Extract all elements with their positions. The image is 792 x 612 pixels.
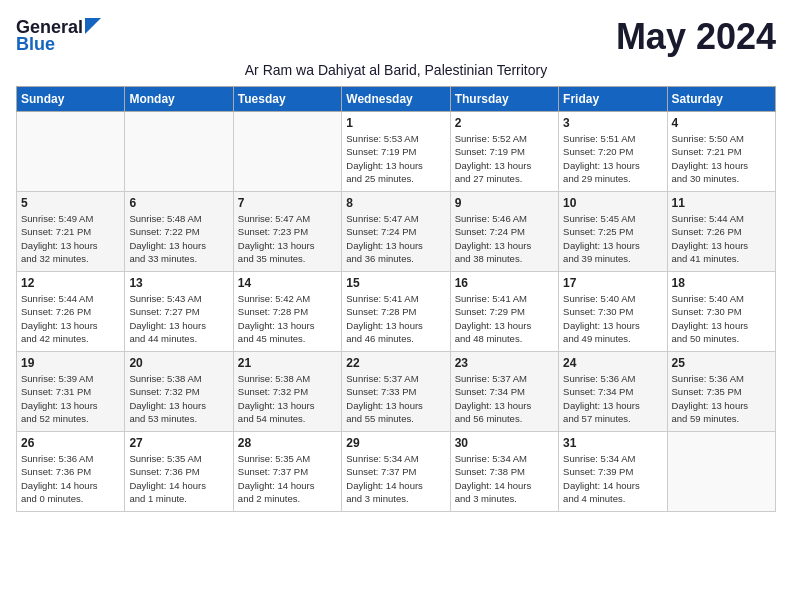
day-cell <box>17 112 125 192</box>
day-info: Sunrise: 5:52 AM Sunset: 7:19 PM Dayligh… <box>455 132 554 185</box>
header-row: SundayMondayTuesdayWednesdayThursdayFrid… <box>17 87 776 112</box>
day-number: 25 <box>672 356 771 370</box>
day-cell: 14Sunrise: 5:42 AM Sunset: 7:28 PM Dayli… <box>233 272 341 352</box>
day-info: Sunrise: 5:40 AM Sunset: 7:30 PM Dayligh… <box>672 292 771 345</box>
day-cell: 15Sunrise: 5:41 AM Sunset: 7:28 PM Dayli… <box>342 272 450 352</box>
day-cell <box>125 112 233 192</box>
header-cell-tuesday: Tuesday <box>233 87 341 112</box>
day-info: Sunrise: 5:38 AM Sunset: 7:32 PM Dayligh… <box>238 372 337 425</box>
day-info: Sunrise: 5:37 AM Sunset: 7:34 PM Dayligh… <box>455 372 554 425</box>
day-number: 1 <box>346 116 445 130</box>
day-cell <box>233 112 341 192</box>
day-cell: 20Sunrise: 5:38 AM Sunset: 7:32 PM Dayli… <box>125 352 233 432</box>
header-cell-wednesday: Wednesday <box>342 87 450 112</box>
day-number: 13 <box>129 276 228 290</box>
day-info: Sunrise: 5:44 AM Sunset: 7:26 PM Dayligh… <box>21 292 120 345</box>
day-cell: 16Sunrise: 5:41 AM Sunset: 7:29 PM Dayli… <box>450 272 558 352</box>
day-number: 19 <box>21 356 120 370</box>
day-cell: 24Sunrise: 5:36 AM Sunset: 7:34 PM Dayli… <box>559 352 667 432</box>
day-cell: 30Sunrise: 5:34 AM Sunset: 7:38 PM Dayli… <box>450 432 558 512</box>
day-cell: 7Sunrise: 5:47 AM Sunset: 7:23 PM Daylig… <box>233 192 341 272</box>
day-cell: 21Sunrise: 5:38 AM Sunset: 7:32 PM Dayli… <box>233 352 341 432</box>
week-row-1: 1Sunrise: 5:53 AM Sunset: 7:19 PM Daylig… <box>17 112 776 192</box>
svg-marker-0 <box>85 18 101 34</box>
day-number: 23 <box>455 356 554 370</box>
week-row-4: 19Sunrise: 5:39 AM Sunset: 7:31 PM Dayli… <box>17 352 776 432</box>
day-cell: 26Sunrise: 5:36 AM Sunset: 7:36 PM Dayli… <box>17 432 125 512</box>
day-cell <box>667 432 775 512</box>
day-cell: 1Sunrise: 5:53 AM Sunset: 7:19 PM Daylig… <box>342 112 450 192</box>
day-cell: 17Sunrise: 5:40 AM Sunset: 7:30 PM Dayli… <box>559 272 667 352</box>
day-cell: 3Sunrise: 5:51 AM Sunset: 7:20 PM Daylig… <box>559 112 667 192</box>
header-cell-sunday: Sunday <box>17 87 125 112</box>
day-number: 30 <box>455 436 554 450</box>
day-number: 14 <box>238 276 337 290</box>
day-cell: 29Sunrise: 5:34 AM Sunset: 7:37 PM Dayli… <box>342 432 450 512</box>
day-number: 3 <box>563 116 662 130</box>
day-cell: 11Sunrise: 5:44 AM Sunset: 7:26 PM Dayli… <box>667 192 775 272</box>
day-number: 17 <box>563 276 662 290</box>
day-info: Sunrise: 5:50 AM Sunset: 7:21 PM Dayligh… <box>672 132 771 185</box>
day-number: 26 <box>21 436 120 450</box>
logo: General Blue <box>16 16 101 55</box>
day-number: 7 <box>238 196 337 210</box>
day-info: Sunrise: 5:34 AM Sunset: 7:39 PM Dayligh… <box>563 452 662 505</box>
day-number: 5 <box>21 196 120 210</box>
header-cell-thursday: Thursday <box>450 87 558 112</box>
day-number: 31 <box>563 436 662 450</box>
day-number: 4 <box>672 116 771 130</box>
week-row-2: 5Sunrise: 5:49 AM Sunset: 7:21 PM Daylig… <box>17 192 776 272</box>
day-cell: 27Sunrise: 5:35 AM Sunset: 7:36 PM Dayli… <box>125 432 233 512</box>
day-number: 10 <box>563 196 662 210</box>
logo-triangle-icon <box>85 18 101 38</box>
subtitle: Ar Ram wa Dahiyat al Barid, Palestinian … <box>16 62 776 78</box>
month-title: May 2024 <box>616 16 776 58</box>
day-info: Sunrise: 5:42 AM Sunset: 7:28 PM Dayligh… <box>238 292 337 345</box>
day-number: 27 <box>129 436 228 450</box>
week-row-5: 26Sunrise: 5:36 AM Sunset: 7:36 PM Dayli… <box>17 432 776 512</box>
day-number: 28 <box>238 436 337 450</box>
day-cell: 25Sunrise: 5:36 AM Sunset: 7:35 PM Dayli… <box>667 352 775 432</box>
day-number: 6 <box>129 196 228 210</box>
day-number: 22 <box>346 356 445 370</box>
day-info: Sunrise: 5:47 AM Sunset: 7:23 PM Dayligh… <box>238 212 337 265</box>
day-info: Sunrise: 5:40 AM Sunset: 7:30 PM Dayligh… <box>563 292 662 345</box>
header-cell-friday: Friday <box>559 87 667 112</box>
day-cell: 10Sunrise: 5:45 AM Sunset: 7:25 PM Dayli… <box>559 192 667 272</box>
day-info: Sunrise: 5:45 AM Sunset: 7:25 PM Dayligh… <box>563 212 662 265</box>
day-cell: 2Sunrise: 5:52 AM Sunset: 7:19 PM Daylig… <box>450 112 558 192</box>
day-info: Sunrise: 5:44 AM Sunset: 7:26 PM Dayligh… <box>672 212 771 265</box>
header-cell-saturday: Saturday <box>667 87 775 112</box>
day-info: Sunrise: 5:48 AM Sunset: 7:22 PM Dayligh… <box>129 212 228 265</box>
day-cell: 8Sunrise: 5:47 AM Sunset: 7:24 PM Daylig… <box>342 192 450 272</box>
day-info: Sunrise: 5:35 AM Sunset: 7:36 PM Dayligh… <box>129 452 228 505</box>
week-row-3: 12Sunrise: 5:44 AM Sunset: 7:26 PM Dayli… <box>17 272 776 352</box>
day-info: Sunrise: 5:36 AM Sunset: 7:35 PM Dayligh… <box>672 372 771 425</box>
day-info: Sunrise: 5:38 AM Sunset: 7:32 PM Dayligh… <box>129 372 228 425</box>
calendar-table: SundayMondayTuesdayWednesdayThursdayFrid… <box>16 86 776 512</box>
day-number: 29 <box>346 436 445 450</box>
day-info: Sunrise: 5:35 AM Sunset: 7:37 PM Dayligh… <box>238 452 337 505</box>
day-cell: 28Sunrise: 5:35 AM Sunset: 7:37 PM Dayli… <box>233 432 341 512</box>
day-cell: 12Sunrise: 5:44 AM Sunset: 7:26 PM Dayli… <box>17 272 125 352</box>
day-number: 12 <box>21 276 120 290</box>
day-cell: 9Sunrise: 5:46 AM Sunset: 7:24 PM Daylig… <box>450 192 558 272</box>
day-number: 11 <box>672 196 771 210</box>
header-cell-monday: Monday <box>125 87 233 112</box>
day-info: Sunrise: 5:41 AM Sunset: 7:29 PM Dayligh… <box>455 292 554 345</box>
day-info: Sunrise: 5:39 AM Sunset: 7:31 PM Dayligh… <box>21 372 120 425</box>
day-info: Sunrise: 5:34 AM Sunset: 7:38 PM Dayligh… <box>455 452 554 505</box>
day-number: 21 <box>238 356 337 370</box>
day-number: 15 <box>346 276 445 290</box>
day-number: 2 <box>455 116 554 130</box>
day-cell: 22Sunrise: 5:37 AM Sunset: 7:33 PM Dayli… <box>342 352 450 432</box>
day-info: Sunrise: 5:53 AM Sunset: 7:19 PM Dayligh… <box>346 132 445 185</box>
day-info: Sunrise: 5:34 AM Sunset: 7:37 PM Dayligh… <box>346 452 445 505</box>
day-info: Sunrise: 5:51 AM Sunset: 7:20 PM Dayligh… <box>563 132 662 185</box>
day-info: Sunrise: 5:36 AM Sunset: 7:34 PM Dayligh… <box>563 372 662 425</box>
day-info: Sunrise: 5:41 AM Sunset: 7:28 PM Dayligh… <box>346 292 445 345</box>
day-info: Sunrise: 5:37 AM Sunset: 7:33 PM Dayligh… <box>346 372 445 425</box>
day-cell: 18Sunrise: 5:40 AM Sunset: 7:30 PM Dayli… <box>667 272 775 352</box>
day-cell: 23Sunrise: 5:37 AM Sunset: 7:34 PM Dayli… <box>450 352 558 432</box>
day-cell: 13Sunrise: 5:43 AM Sunset: 7:27 PM Dayli… <box>125 272 233 352</box>
